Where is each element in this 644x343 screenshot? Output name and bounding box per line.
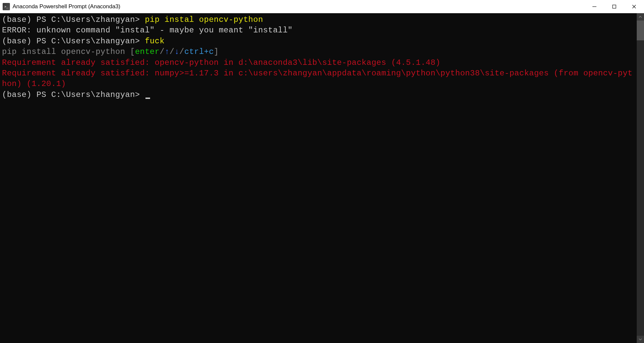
scrollbar-thumb[interactable] [637, 21, 644, 40]
command-text: fuck [145, 37, 165, 46]
close-icon [632, 4, 636, 9]
ctrlc-text: ctrl+c [184, 47, 214, 56]
error-text: ERROR: unknown command "instal" - maybe … [2, 26, 293, 35]
scrollbar-down-button[interactable] [637, 336, 644, 343]
svg-rect-1 [613, 5, 616, 8]
minimize-button[interactable] [584, 0, 604, 13]
window-title: Anaconda Powershell Prompt (Anaconda3) [13, 3, 120, 10]
titlebar-controls [584, 0, 644, 13]
prompt-text: (base) PS C:\Users\zhangyan> [2, 15, 145, 24]
terminal-icon [3, 3, 10, 10]
bracket-text: ] [214, 47, 219, 56]
slash-text: / [170, 47, 175, 56]
bracket-text: [ [130, 47, 135, 56]
terminal-output[interactable]: (base) PS C:\Users\zhangyan> pip instal … [0, 13, 637, 343]
up-arrow-icon: ↑ [165, 47, 170, 56]
slash-text: / [160, 47, 165, 56]
down-arrow-icon: ↓ [175, 47, 180, 56]
minimize-icon [592, 4, 597, 9]
enter-text: enter [135, 47, 160, 56]
close-button[interactable] [624, 0, 644, 13]
requirement-text: Requirement already satisfied: opencv-py… [2, 58, 440, 67]
requirement-text: Requirement already satisfied: numpy>=1.… [2, 69, 633, 88]
scrollbar-up-button[interactable] [637, 13, 644, 21]
command-text: pip instal opencv-python [145, 15, 263, 24]
suggestion-text: pip install opencv-python [2, 47, 130, 56]
titlebar[interactable]: Anaconda Powershell Prompt (Anaconda3) [0, 0, 644, 13]
terminal-container: (base) PS C:\Users\zhangyan> pip instal … [0, 13, 644, 343]
slash-text: / [180, 47, 184, 56]
scrollbar[interactable] [637, 13, 644, 343]
cursor [145, 98, 150, 99]
scrollbar-track[interactable] [637, 21, 644, 336]
prompt-text: (base) PS C:\Users\zhangyan> [2, 37, 145, 46]
window-frame: Anaconda Powershell Prompt (Anaconda3) (… [0, 0, 644, 343]
chevron-down-icon [639, 338, 642, 341]
maximize-button[interactable] [604, 0, 624, 13]
titlebar-left: Anaconda Powershell Prompt (Anaconda3) [3, 3, 120, 10]
chevron-up-icon [639, 15, 642, 19]
maximize-icon [612, 4, 617, 9]
prompt-text: (base) PS C:\Users\zhangyan> [2, 90, 145, 99]
